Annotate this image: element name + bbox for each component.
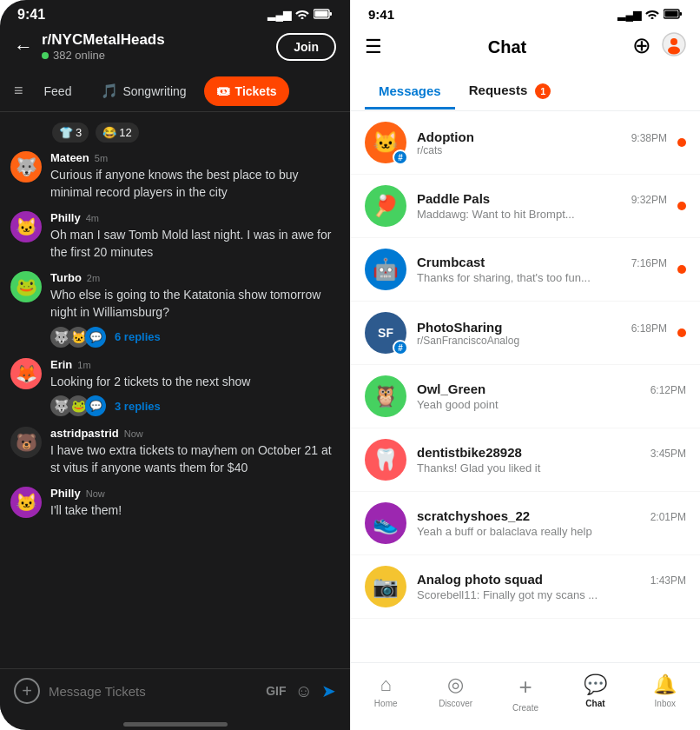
avatar: 🦉 (365, 375, 406, 417)
gif-button[interactable]: GIF (266, 684, 286, 698)
laugh-count: 12 (119, 126, 131, 139)
avatar-emoji: 🏓 (373, 194, 399, 218)
message-preview: Yeah a buff or balaclava really help (417, 525, 686, 538)
join-button[interactable]: Join (276, 33, 336, 61)
replies-row: 🐺 🐱 💬 6 replies (50, 327, 340, 348)
wifi-icon (295, 8, 309, 22)
laugh-reaction[interactable]: 😂 12 (96, 123, 138, 143)
nav-inbox[interactable]: 🔔 Inbox (631, 670, 700, 716)
timestamp: 5m (95, 153, 108, 163)
message-body: Mateen 5m Curious if anyone knows the be… (50, 151, 340, 201)
message-preview: Maddawg: Want to hit Brompt... (417, 208, 667, 221)
username: Erin (50, 358, 72, 371)
inbox-icon: 🔔 (653, 674, 677, 696)
timestamp: 2m (87, 273, 100, 283)
conversation-item[interactable]: 🏓 Paddle Pals 9:32PM Maddawg: Want to hi… (351, 175, 700, 238)
timestamp: Now (124, 428, 143, 439)
send-button[interactable]: ➤ (321, 680, 336, 701)
laugh-icon: 😂 (102, 126, 116, 139)
back-button[interactable]: ← (14, 36, 33, 58)
nav-chat[interactable]: 💬 Chat (560, 670, 630, 716)
new-chat-button[interactable]: ⊕ (632, 32, 651, 62)
conversation-name: scratchyshoes_22 (417, 508, 530, 523)
nav-discover[interactable]: ◎ Discover (420, 670, 490, 716)
message-header: Turbo 2m (50, 271, 340, 284)
svg-rect-4 (665, 11, 678, 17)
message-body: astridpastrid Now I have two extra ticke… (50, 427, 340, 476)
message-time: 6:12PM (650, 384, 686, 396)
tab-requests[interactable]: Requests 1 (455, 74, 565, 110)
right-time: 9:41 (368, 7, 394, 22)
avatar-emoji: 🦉 (373, 384, 399, 408)
tab-feed[interactable]: Feed (32, 77, 84, 105)
right-panel: 9:41 ▂▄▆ ☰ Chat ⊕ (350, 0, 700, 730)
chat-message: 🐺 Mateen 5m Curious if anyone knows the … (10, 151, 340, 201)
avatar: 🦷 (365, 439, 406, 481)
nav-home[interactable]: ⌂ Home (351, 670, 420, 716)
timestamp: 1m (77, 360, 90, 370)
message-content: dentistbike28928 3:45PM Thanks! Glad you… (417, 445, 686, 474)
tab-tickets[interactable]: 🎟 Tickets (204, 76, 289, 106)
replies-link[interactable]: 6 replies (115, 330, 161, 343)
conversation-item[interactable]: SF # PhotoSharing 6:18PM r/SanFranciscoA… (351, 302, 700, 365)
left-status-icons: ▂▄▆ (267, 8, 333, 22)
avatar-emoji: 📷 (373, 574, 399, 599)
home-bar (123, 722, 228, 727)
conversation-item[interactable]: 🐱 # Adoption 9:38PM r/cats (351, 111, 700, 175)
signal-icon: ▂▄▆ (617, 9, 641, 21)
message-text: Who else is going to the Katatonia show … (50, 287, 340, 321)
unread-indicator (677, 202, 686, 210)
avatar-emoji: 🤖 (373, 257, 399, 282)
tab-songwriting[interactable]: 🎵 Songwriting (89, 76, 198, 106)
tab-messages[interactable]: Messages (365, 75, 455, 110)
svg-rect-5 (680, 12, 683, 16)
hamburger-menu-button[interactable]: ☰ (365, 36, 382, 58)
timestamp: Now (86, 488, 105, 499)
message-time: 3:45PM (650, 448, 686, 460)
nav-create[interactable]: + Create (491, 670, 560, 716)
signal-icon: ▂▄▆ (267, 9, 291, 21)
add-attachment-button[interactable]: + (14, 678, 40, 704)
message-top: Analog photo squad 1:43PM (417, 572, 686, 587)
message-preview: Yeah good point (417, 398, 686, 411)
conversation-item[interactable]: 📷 Analog photo squad 1:43PM Scorebell11:… (351, 555, 700, 619)
conversation-item[interactable]: 🤖 Crumbcast 7:16PM Thanks for sharing, t… (351, 238, 700, 302)
avatar-emoji: 🦷 (373, 448, 399, 472)
username: Mateen (50, 151, 89, 164)
nav-discover-label: Discover (439, 699, 472, 708)
message-top: dentistbike28928 3:45PM (417, 445, 686, 460)
conversation-item[interactable]: 👟 scratchyshoes_22 2:01PM Yeah a buff or… (351, 492, 700, 555)
conversation-item[interactable]: 🦷 dentistbike28928 3:45PM Thanks! Glad y… (351, 428, 700, 492)
nav-inbox-label: Inbox (655, 699, 676, 708)
tshirt-reaction[interactable]: 👕 3 (52, 123, 89, 143)
reaction-row: 👕 3 😂 12 (10, 119, 340, 151)
chat-message: 🐸 Turbo 2m Who else is going to the Kata… (10, 271, 340, 347)
message-text: Looking for 2 tickets to the next show (50, 374, 250, 391)
list-icon[interactable]: ≡ (10, 78, 27, 103)
chat-tabs: Messages Requests 1 (351, 69, 700, 111)
header-icons: ⊕ (632, 32, 686, 62)
emoji-button[interactable]: ☺ (295, 681, 313, 701)
nav-home-label: Home (374, 699, 398, 708)
svg-point-8 (668, 47, 680, 55)
svg-rect-2 (330, 12, 333, 16)
avatar: 🤖 (365, 249, 406, 290)
online-dot (42, 52, 49, 59)
message-top: Owl_Green 6:12PM (417, 382, 686, 396)
chat-page-title: Chat (391, 37, 624, 57)
left-status-bar: 9:41 ▂▄▆ (0, 0, 350, 26)
chat-header: ☰ Chat ⊕ (351, 25, 700, 69)
profile-icon[interactable] (662, 32, 686, 62)
replies-link[interactable]: 3 replies (115, 400, 161, 413)
conversation-item[interactable]: 🦉 Owl_Green 6:12PM Yeah good point (351, 365, 700, 428)
svg-rect-1 (315, 10, 328, 17)
timestamp: 4m (86, 213, 99, 223)
message-text: I'll take them! (50, 502, 122, 520)
tabs-bar: ≡ Feed 🎵 Songwriting 🎟 Tickets (0, 70, 350, 112)
message-top: PhotoSharing 6:18PM (417, 320, 667, 335)
message-input[interactable] (49, 684, 257, 699)
replies-row: 🐺 🐸 💬 3 replies (50, 395, 250, 416)
avatar: 📷 (365, 566, 406, 607)
message-text: Curious if anyone knows the best place t… (50, 167, 340, 201)
svg-point-7 (670, 38, 677, 45)
